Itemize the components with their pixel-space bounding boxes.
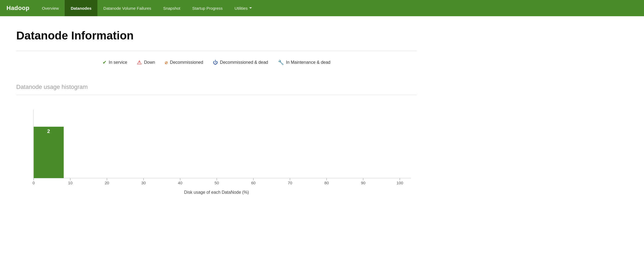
x-tick-50: 50 bbox=[215, 181, 219, 185]
histogram-title: Datanode usage histogram bbox=[16, 83, 417, 91]
bar-label: 2 bbox=[47, 128, 50, 134]
legend-decommissioned-label: Decommissioned bbox=[170, 60, 203, 65]
decommissioned-dead-icon: ⏻ bbox=[213, 60, 218, 65]
legend-in-service: ✔ In service bbox=[103, 60, 127, 65]
nav-datanode-volume-failures[interactable]: Datanode Volume Failures bbox=[97, 0, 157, 16]
x-axis-label: Disk usage of each DataNode (%) bbox=[184, 190, 249, 195]
chart-container: 2 0 10 20 30 40 50 bbox=[16, 104, 417, 202]
legend-down: ⚠ Down bbox=[137, 60, 155, 65]
x-tick-100: 100 bbox=[396, 181, 403, 185]
main-content: Datanode Information ✔ In service ⚠ Down… bbox=[0, 16, 433, 215]
x-tick-60: 60 bbox=[251, 181, 255, 185]
x-tick-10: 10 bbox=[68, 181, 73, 185]
nav-utilities[interactable]: Utilities bbox=[229, 0, 258, 16]
x-tick-80: 80 bbox=[324, 181, 329, 185]
main-nav: Hadoop Overview Datanodes Datanode Volum… bbox=[0, 0, 644, 16]
decommissioned-icon: ⌀ bbox=[165, 60, 168, 65]
x-tick-90: 90 bbox=[361, 181, 365, 185]
x-tick-70: 70 bbox=[288, 181, 292, 185]
maintenance-icon: 🔧 bbox=[278, 60, 284, 65]
check-icon: ✔ bbox=[103, 60, 107, 65]
legend-decommissioned: ⌀ Decommissioned bbox=[165, 60, 203, 65]
nav-overview[interactable]: Overview bbox=[36, 0, 65, 16]
top-divider bbox=[16, 51, 417, 51]
histogram-chart: 2 0 10 20 30 40 50 bbox=[16, 104, 417, 201]
legend-maintenance-dead-label: In Maintenance & dead bbox=[286, 60, 331, 65]
legend-decommissioned-dead-label: Decommissioned & dead bbox=[220, 60, 268, 65]
x-tick-30: 30 bbox=[141, 181, 146, 185]
nav-brand[interactable]: Hadoop bbox=[0, 0, 36, 16]
legend: ✔ In service ⚠ Down ⌀ Decommissioned ⏻ D… bbox=[16, 60, 417, 65]
legend-maintenance-dead: 🔧 In Maintenance & dead bbox=[278, 60, 331, 65]
legend-down-label: Down bbox=[144, 60, 155, 65]
nav-startup-progress[interactable]: Startup Progress bbox=[186, 0, 229, 16]
x-tick-20: 20 bbox=[105, 181, 109, 185]
legend-decommissioned-dead: ⏻ Decommissioned & dead bbox=[213, 60, 268, 65]
histogram-divider bbox=[16, 95, 417, 95]
down-icon: ⚠ bbox=[137, 60, 142, 65]
x-tick-40: 40 bbox=[178, 181, 182, 185]
nav-snapshot[interactable]: Snapshot bbox=[157, 0, 186, 16]
x-tick-0: 0 bbox=[32, 181, 35, 185]
nav-datanodes[interactable]: Datanodes bbox=[65, 0, 97, 16]
histogram-area: Datanode usage histogram 2 0 10 bbox=[16, 78, 417, 202]
histogram-bar bbox=[34, 127, 64, 178]
legend-in-service-label: In service bbox=[109, 60, 127, 65]
page-title: Datanode Information bbox=[16, 29, 417, 42]
